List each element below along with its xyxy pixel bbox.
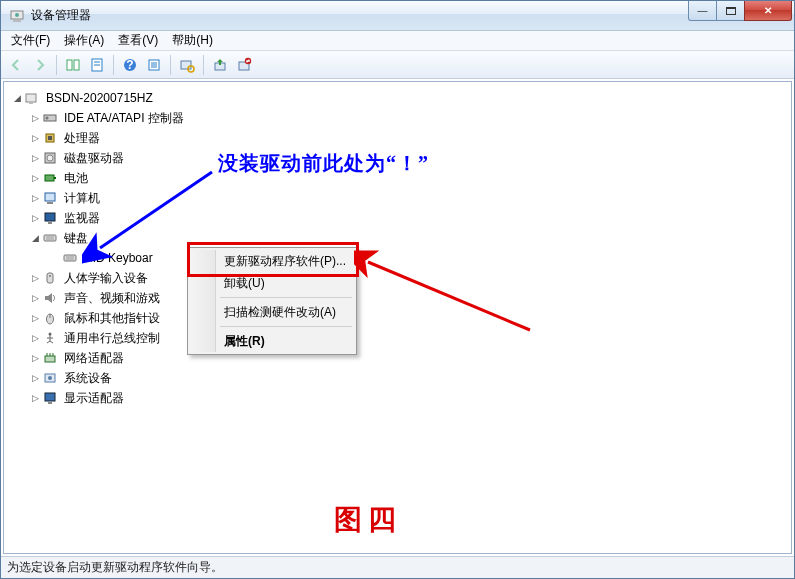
minimize-button[interactable]: — [688,1,717,21]
svg-rect-28 [48,136,52,140]
monitor-icon [42,210,58,226]
computer-icon [42,190,58,206]
node-label: 处理器 [62,130,102,147]
svg-point-53 [48,376,52,380]
svg-rect-48 [45,356,55,362]
tree-node[interactable]: ▷处理器 [10,128,787,148]
svg-rect-31 [45,175,54,181]
menu-action[interactable]: 操作(A) [58,31,110,50]
root-icon [24,90,40,106]
update-driver-button[interactable] [209,54,231,76]
svg-rect-37 [44,235,56,241]
toolbar-separator [170,55,171,75]
keyboard-icon [42,230,58,246]
tree-node[interactable]: ▷计算机 [10,188,787,208]
toolbar-separator [113,55,114,75]
context-menu: 更新驱动程序软件(P)... 卸载(U) 扫描检测硬件改动(A) 属性(R) [187,247,357,355]
svg-rect-16 [181,61,191,69]
tree-node[interactable]: ▷IDE ATA/ATAPI 控制器 [10,108,787,128]
app-icon [9,8,25,24]
svg-rect-35 [45,213,55,221]
svg-point-26 [46,117,49,120]
tree-node[interactable]: ▷网络适配器 [10,348,787,368]
keyboard-icon [62,250,78,266]
list-button[interactable] [143,54,165,76]
battery-icon [42,170,58,186]
mouse-icon [42,310,58,326]
tree-node[interactable]: ▷人体学输入设备 [10,268,787,288]
svg-rect-54 [45,393,55,401]
svg-rect-33 [45,193,55,201]
svg-rect-36 [48,222,52,224]
node-label: 监视器 [62,210,102,227]
system-icon [42,370,58,386]
hid-icon [42,270,58,286]
properties-button[interactable] [86,54,108,76]
node-label: 键盘 [62,230,90,247]
ide-icon [42,110,58,126]
svg-rect-32 [54,177,56,179]
titlebar: 设备管理器 — ✕ [1,1,794,31]
tree-node[interactable]: ▷通用串行总线控制 [10,328,787,348]
content-area: ◢BSDN-20200715HZ▷IDE ATA/ATAPI 控制器▷处理器▷磁… [3,81,792,554]
ctx-item-label: 扫描检测硬件改动(A) [224,304,336,321]
node-label: 网络适配器 [62,350,126,367]
tree-leaf[interactable]: HID Keyboar [10,248,787,268]
svg-point-2 [15,13,19,17]
tree-node[interactable]: ▷监视器 [10,208,787,228]
ctx-update-driver[interactable]: 更新驱动程序软件(P)... [190,250,354,272]
node-label: 显示适配器 [62,390,126,407]
node-label: 人体学输入设备 [62,270,150,287]
close-button[interactable]: ✕ [744,1,792,21]
tree-root[interactable]: ◢BSDN-20200715HZ [10,88,787,108]
window-controls: — ✕ [689,1,792,21]
forward-button[interactable] [29,54,51,76]
ctx-properties[interactable]: 属性(R) [190,330,354,352]
svg-rect-23 [26,94,36,102]
back-button[interactable] [5,54,27,76]
svg-rect-34 [47,202,53,204]
ctx-separator [220,297,352,298]
tree-node[interactable]: ▷显示适配器 [10,388,787,408]
svg-rect-43 [47,273,53,283]
node-label: 声音、视频和游戏 [62,290,162,307]
menu-view[interactable]: 查看(V) [112,31,164,50]
maximize-button[interactable] [716,1,745,21]
node-label: BSDN-20200715HZ [44,91,155,105]
svg-text:?: ? [126,58,133,72]
help-button[interactable]: ? [119,54,141,76]
ctx-scan[interactable]: 扫描检测硬件改动(A) [190,301,354,323]
statusbar: 为选定设备启动更新驱动程序软件向导。 [1,556,794,578]
svg-rect-1 [13,20,21,22]
toolbar-separator [203,55,204,75]
usb-icon [42,330,58,346]
tree-node[interactable]: ◢键盘 [10,228,787,248]
device-tree[interactable]: ◢BSDN-20200715HZ▷IDE ATA/ATAPI 控制器▷处理器▷磁… [4,82,791,414]
sound-icon [42,290,58,306]
svg-point-30 [47,155,53,161]
svg-rect-5 [67,60,72,70]
ctx-uninstall[interactable]: 卸载(U) [190,272,354,294]
tree-node[interactable]: ▷鼠标和其他指针设 [10,308,787,328]
figure-label: 图四 [334,501,402,539]
tree-node[interactable]: ▷声音、视频和游戏 [10,288,787,308]
toolbar-separator [56,55,57,75]
menubar: 文件(F) 操作(A) 查看(V) 帮助(H) [1,31,794,51]
menu-file[interactable]: 文件(F) [5,31,56,50]
window-title: 设备管理器 [31,7,689,24]
node-label: 计算机 [62,190,102,207]
show-hide-button[interactable] [62,54,84,76]
menu-help[interactable]: 帮助(H) [166,31,219,50]
svg-rect-6 [74,60,79,70]
node-label: HID Keyboar [82,251,155,265]
uninstall-button[interactable] [233,54,255,76]
svg-rect-40 [64,255,76,261]
tree-node[interactable]: ▷系统设备 [10,368,787,388]
svg-rect-55 [48,402,52,404]
ctx-separator [220,326,352,327]
scan-button[interactable] [176,54,198,76]
display-icon [42,390,58,406]
node-label: 通用串行总线控制 [62,330,162,347]
ctx-item-label: 属性(R) [224,333,265,350]
node-label: 鼠标和其他指针设 [62,310,162,327]
